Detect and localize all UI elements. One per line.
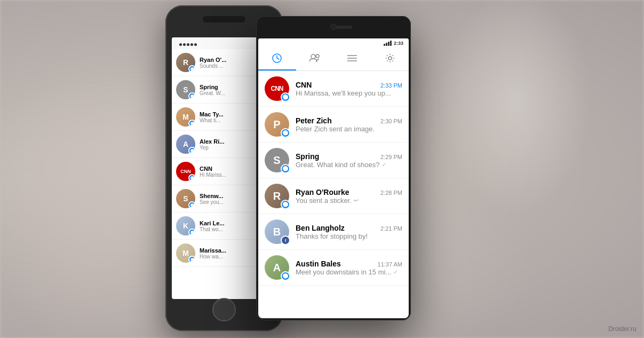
list-item[interactable]: A Austin Bales 11:37 AM Meet you downsta… (258, 250, 409, 286)
message-preview: Thanks for stopping by! (296, 232, 402, 240)
watermark: Droider.ru (608, 325, 637, 333)
messenger-badge (281, 200, 290, 209)
people-icon (309, 54, 320, 65)
message-header: Ryan O'Rourke 2:28 PM (296, 188, 402, 196)
avatar: M (176, 243, 195, 263)
message-time: 2:33 PM (380, 82, 402, 89)
messenger-badge (281, 271, 290, 281)
message-header: Peter Zich 2:30 PM (296, 116, 402, 125)
message-header: Ben Langholz 2:21 PM (296, 224, 402, 232)
messenger-tab-bar (258, 48, 409, 71)
messenger-badge (188, 201, 195, 208)
message-content: CNN 2:33 PM Hi Marissa, we'll keep you u… (296, 81, 402, 97)
list-item[interactable]: B f Ben Langholz 2:21 PM Thanks for stop… (258, 214, 409, 250)
message-content: Ryan O'Rourke 2:28 PM You sent a sticker… (296, 188, 402, 205)
list-item[interactable]: P Peter Zich 2:30 PM Peter Zich sent an … (258, 107, 409, 143)
messenger-badge (188, 92, 195, 99)
messenger-badge (281, 164, 290, 174)
message-time: 2:30 PM (380, 118, 402, 124)
svg-line-2 (277, 58, 279, 59)
message-preview: Great. What kind of shoes? ✓ (296, 161, 402, 169)
avatar: CNN (176, 162, 195, 181)
messenger-badge (281, 128, 290, 138)
messenger-badge (188, 120, 195, 127)
tab-settings[interactable] (371, 48, 409, 70)
android-speaker (336, 26, 352, 29)
android-screen: 2:33 (258, 38, 409, 318)
avatar: R (265, 184, 289, 208)
avatar: S (265, 148, 289, 172)
contact-name: Ryan O'Rourke (296, 188, 349, 196)
svg-point-3 (311, 54, 315, 59)
read-receipt-icon: ✓ (382, 162, 386, 168)
message-time: 2:28 PM (380, 190, 402, 196)
list-item[interactable]: CNN CNN 2:33 PM Hi Marissa, we'll keep y… (258, 71, 409, 107)
message-content: Ben Langholz 2:21 PM Thanks for stopping… (296, 224, 402, 240)
avatar: B f (265, 219, 289, 244)
clock-icon (272, 53, 282, 65)
messenger-badge (188, 147, 195, 154)
message-content: Peter Zich 2:30 PM Peter Zich sent an im… (296, 116, 402, 133)
message-content: Spring 2:29 PM Great. What kind of shoes… (296, 152, 402, 169)
message-header: Spring 2:29 PM (296, 152, 402, 161)
messenger-badge (281, 92, 290, 102)
message-time: 2:21 PM (380, 225, 402, 232)
tab-list[interactable] (333, 48, 371, 70)
avatar: S (176, 189, 195, 208)
svg-point-8 (388, 57, 392, 60)
list-item[interactable]: R Ryan O'Rourke 2:28 PM You sent a stick… (258, 178, 409, 214)
message-content: Austin Bales 11:37 AM Meet you downstair… (296, 260, 402, 276)
list-item[interactable]: S Spring 2:29 PM Great. What kind of sho… (258, 143, 409, 178)
message-preview: Peter Zich sent an image. (296, 125, 402, 133)
messenger-badge (188, 174, 195, 181)
message-preview: Hi Marissa, we'll keep you up... (296, 89, 402, 97)
facebook-badge: f (281, 235, 290, 245)
signal-icon (384, 41, 392, 46)
android-message-list: CNN CNN 2:33 PM Hi Marissa, we'll keep y… (258, 71, 409, 286)
message-header: Austin Bales 11:37 AM (296, 260, 402, 268)
avatar: S (176, 80, 195, 99)
message-preview: Meet you downstairs in 15 mi... ✓ (296, 268, 402, 276)
android-status-bar: 2:33 (258, 38, 409, 48)
avatar: CNN (265, 76, 289, 101)
contact-name: CNN (296, 81, 312, 89)
reply-icon: ↩ (354, 197, 359, 204)
message-header: CNN 2:33 PM (296, 81, 402, 89)
svg-point-4 (316, 54, 319, 58)
contact-name: Peter Zich (296, 116, 332, 125)
iphone-home-button[interactable] (212, 298, 236, 321)
avatar: P (265, 112, 289, 137)
avatar: A (265, 255, 289, 280)
status-time: 2:33 (394, 41, 403, 46)
tab-people[interactable] (296, 48, 334, 70)
messenger-badge (188, 65, 195, 72)
gear-icon (385, 53, 395, 65)
read-receipt-icon: ✓ (393, 269, 397, 275)
avatar: K (176, 216, 195, 235)
contact-name: Austin Bales (296, 260, 341, 268)
message-preview: You sent a sticker. ↩ (296, 196, 402, 205)
contact-name: Spring (296, 152, 319, 161)
signal-dots (179, 43, 197, 46)
message-time: 11:37 AM (378, 261, 402, 268)
tab-recent[interactable] (258, 48, 296, 70)
messenger-badge (188, 229, 195, 235)
avatar: A (176, 135, 195, 154)
messenger-badge (188, 256, 195, 263)
iphone-notch (203, 16, 245, 22)
avatar: R (176, 53, 195, 72)
avatar: M (176, 107, 195, 127)
list-icon (347, 54, 357, 64)
android-device: 2:33 (256, 16, 411, 320)
contact-name: Ben Langholz (296, 224, 345, 232)
message-time: 2:29 PM (380, 154, 402, 160)
